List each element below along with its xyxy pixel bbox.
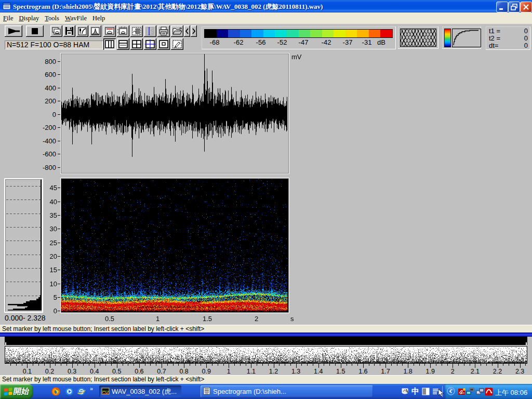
colorbar-segment	[275, 30, 287, 37]
close-button[interactable]	[520, 2, 532, 12]
palette-transfer-panel[interactable]	[442, 26, 481, 49]
spectrogram-y-tick	[58, 270, 60, 270]
colorbar-segment	[334, 30, 345, 37]
media-player-icon[interactable]	[65, 387, 74, 396]
start-button[interactable]: 開始	[0, 384, 33, 399]
internet-explorer-icon[interactable]	[77, 387, 86, 396]
overview-time-label: 2.3	[511, 368, 529, 375]
menu-item[interactable]: Display	[19, 12, 39, 22]
t1-value: 0	[524, 28, 528, 35]
window-function-button[interactable]	[89, 25, 101, 37]
overview-time-label: 1.8	[399, 368, 417, 375]
network-update-tray-icon[interactable]	[466, 388, 474, 396]
overview-time-label: 0.1	[18, 368, 36, 375]
layout-single-icon	[157, 38, 170, 50]
colorbar-segment	[369, 30, 381, 37]
section-view-button[interactable]	[130, 25, 143, 37]
play-button[interactable]	[5, 25, 22, 37]
scan-settings-button[interactable]	[117, 25, 129, 37]
status-bar-bottom: Set marker by left mouse button; Insert …	[0, 375, 532, 384]
overview-time-label: 1.1	[242, 368, 260, 375]
menu-item[interactable]: Help	[92, 12, 105, 22]
play-icon	[5, 25, 22, 37]
colorbar-db-label: -52	[273, 38, 291, 46]
scale-curve-button[interactable]	[76, 25, 88, 37]
overview-time-label: 0.5	[108, 368, 126, 375]
hatch-pattern-icon	[400, 29, 436, 47]
firefox-icon[interactable]	[51, 387, 60, 396]
waveform-y-label: -800	[35, 164, 56, 171]
spectrogram-image	[61, 179, 287, 311]
network-connection-tray-icon[interactable]	[476, 388, 484, 396]
colorbar-db-label: -56	[251, 38, 270, 46]
layout-cross-icon	[144, 38, 156, 50]
spectrogram-y-label: 10	[36, 281, 57, 287]
waveform-y-tick	[58, 154, 60, 154]
antivirus-tray-icon[interactable]	[485, 388, 493, 396]
overview-time-label: 0.2	[41, 368, 59, 375]
hide-icons-chevron[interactable]	[447, 387, 455, 395]
fft-params-field[interactable]: N=512 F=100 O=88 HAM	[5, 41, 103, 49]
spectrogram-plot[interactable]	[61, 178, 289, 313]
save-button[interactable]	[63, 25, 75, 37]
spectrogram-view-button[interactable]	[103, 25, 116, 37]
label-tool-button[interactable]: S	[144, 25, 156, 37]
overview-marker-strip[interactable]	[5, 337, 527, 345]
waveform-y-tick	[58, 88, 60, 88]
waveform-y-tick	[58, 101, 60, 101]
overview-time-label: 1.3	[287, 368, 305, 375]
t2-label: t2 =	[489, 35, 500, 42]
spectrogram-y-label: 25	[36, 240, 57, 246]
scroll-right-button[interactable]	[191, 25, 197, 37]
taskbar-task-spectrogram[interactable]: Spectrogram (D:\shieh...	[201, 385, 373, 397]
overview-time-label: 1.4	[310, 368, 327, 375]
t1-label: t1 =	[489, 28, 500, 35]
db-colorbar[interactable]	[204, 29, 393, 38]
clock[interactable]: 上午 08:06	[495, 388, 530, 397]
ime-fullwidth-icon[interactable]	[422, 388, 430, 395]
svg-text:S: S	[150, 28, 154, 35]
open-file-button[interactable]	[171, 25, 183, 37]
layout-cross-button[interactable]	[144, 38, 156, 50]
menu-item[interactable]: Tools	[45, 12, 59, 22]
menu-item[interactable]: File	[3, 12, 13, 22]
layout-split-vertical-button[interactable]	[103, 38, 116, 50]
layout-quad-button[interactable]	[130, 38, 143, 50]
colorbar-segment	[251, 30, 263, 37]
taskbar-task-wav-file[interactable]: WAV_0038_002 (虎...	[99, 385, 181, 397]
restore-button[interactable]	[508, 2, 520, 12]
overview-time-label: 1.9	[421, 368, 439, 375]
hatch-pattern-panel[interactable]	[398, 26, 438, 49]
waveform-plot[interactable]	[61, 54, 289, 174]
copy-window-button[interactable]	[50, 25, 62, 37]
overview-time-label: 1.5	[332, 368, 350, 375]
spectrogram-y-label: 35	[36, 212, 57, 219]
start-label: 開始	[12, 387, 30, 396]
layout-single-button[interactable]	[157, 38, 170, 50]
stop-button[interactable]	[26, 25, 44, 37]
colorbar-segment	[217, 30, 229, 37]
system-tray: 上午 08:06	[444, 384, 532, 399]
spectrogram-x-label: 1	[150, 315, 166, 323]
acrobat-tray-icon[interactable]	[458, 388, 466, 396]
layout-split-horizontal-button[interactable]	[117, 38, 129, 50]
spectrogram-y-label: 15	[36, 267, 57, 273]
colorbar-segment	[205, 30, 217, 37]
waveform-y-label: -200	[35, 124, 56, 131]
ime-shield-icon[interactable]	[401, 388, 409, 395]
menu-item[interactable]: WavFile	[65, 12, 87, 22]
spectrogram-unit-label: s	[290, 315, 294, 323]
readout-row-dt: dt= 0	[489, 42, 528, 49]
print-button[interactable]	[157, 25, 170, 37]
minimize-button[interactable]	[496, 2, 508, 12]
edit-labels-button[interactable]	[171, 38, 183, 50]
quick-launch-more-chevron[interactable]: »	[90, 385, 93, 392]
save-icon	[63, 25, 75, 37]
overview-time-label: 1.7	[377, 368, 394, 375]
overview-waveform[interactable]	[5, 346, 527, 364]
title-bar: Spectrogram (D:\shieh2005\聲紋資料庫計畫\2012\其…	[0, 0, 532, 12]
scroll-left-button[interactable]	[184, 25, 190, 37]
app-icon	[3, 2, 11, 10]
pane-splitter-bar[interactable]	[0, 332, 532, 337]
ime-language-indicator[interactable]: 中	[411, 387, 419, 396]
